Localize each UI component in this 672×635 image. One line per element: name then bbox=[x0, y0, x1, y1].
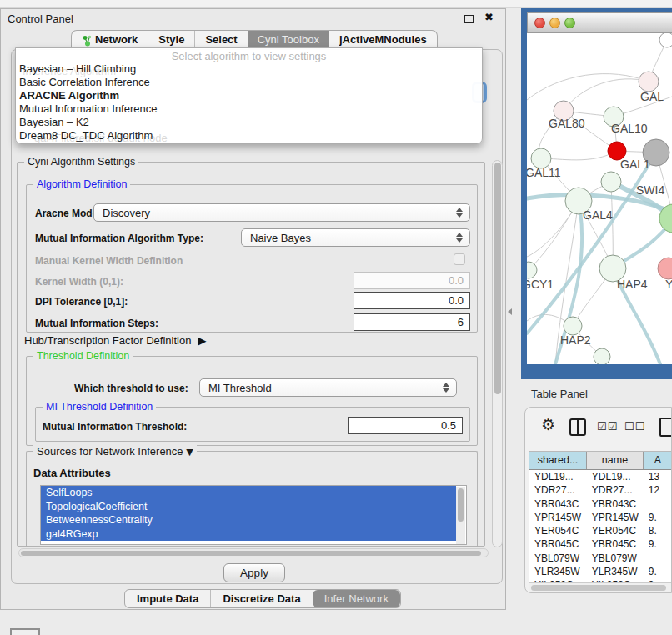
table-row[interactable]: YDR27...YDR27...12 bbox=[529, 483, 672, 497]
network-edge[interactable] bbox=[564, 79, 649, 111]
table-header-row: shared...nameA bbox=[529, 452, 672, 470]
tab-cyni-toolbox[interactable]: Cyni Toolbox bbox=[248, 31, 329, 49]
table-row[interactable]: YBR043CYBR043C bbox=[529, 498, 672, 511]
network-edge[interactable] bbox=[527, 74, 649, 100]
tab-impute-data[interactable]: Impute Data bbox=[125, 590, 210, 608]
network-node-label: GAL80 bbox=[549, 117, 585, 130]
algorithm-option[interactable]: Bayesian – Hill Climbing bbox=[16, 62, 482, 76]
table-cell: YER054C bbox=[587, 524, 644, 538]
network-node-label: GCY1 bbox=[527, 278, 554, 291]
table-row[interactable]: YBR045CYBR045C9. bbox=[529, 538, 672, 551]
algorithm-option[interactable]: Basic Correlation Inference bbox=[16, 76, 482, 89]
apply-button[interactable]: Apply bbox=[223, 563, 285, 582]
settings-horizontal-scrollbar[interactable] bbox=[18, 548, 489, 558]
tab-discretize-data[interactable]: Discretize Data bbox=[210, 590, 312, 608]
network-node-label: GAL11 bbox=[527, 166, 561, 179]
tab-style[interactable]: Style bbox=[148, 31, 194, 49]
panel-splitter-arrow-icon[interactable] bbox=[508, 308, 512, 315]
attribute-list-item[interactable]: gal4RGexp bbox=[41, 528, 456, 542]
column-header[interactable]: name bbox=[587, 452, 644, 469]
table-row[interactable]: YPR145WYPR145W9. bbox=[529, 511, 672, 524]
collapse-down-arrow-icon[interactable]: ▼ bbox=[186, 447, 193, 458]
table-row[interactable]: YER054CYER054C8. bbox=[529, 524, 672, 538]
mi-type-select[interactable]: Naive Bayes bbox=[241, 228, 470, 247]
column-header[interactable]: shared... bbox=[529, 452, 587, 469]
attribute-list-item[interactable]: BetweennessCentrality bbox=[41, 513, 456, 528]
which-threshold-select[interactable]: MI Threshold bbox=[199, 378, 457, 397]
select-all-checkboxes-icon[interactable]: ☑☑ bbox=[597, 420, 618, 432]
table-cell: 13 bbox=[644, 470, 672, 483]
table-cell: YDR27... bbox=[587, 483, 644, 497]
tab-network[interactable]: Network bbox=[72, 31, 148, 49]
network-window-titlebar[interactable] bbox=[527, 12, 672, 33]
tab-label: Network bbox=[95, 33, 138, 46]
table-cell: YBL079W bbox=[529, 552, 587, 565]
network-node[interactable] bbox=[659, 33, 672, 48]
network-icon bbox=[82, 35, 92, 47]
deselect-all-checkboxes-icon[interactable]: ☐☐ bbox=[624, 420, 645, 432]
close-traffic-light[interactable] bbox=[534, 18, 545, 28]
network-edge[interactable] bbox=[541, 151, 617, 160]
zoom-traffic-light[interactable] bbox=[564, 18, 575, 28]
bottom-tab-bar: Impute Data Discretize Data Infer Networ… bbox=[124, 589, 401, 608]
tab-select[interactable]: Select bbox=[194, 31, 247, 49]
list-vertical-scrollbar[interactable] bbox=[456, 487, 465, 544]
table-cell: YLR345W bbox=[529, 565, 587, 578]
algorithm-option[interactable]: Bayesian – K2 bbox=[16, 116, 482, 129]
hub-definition-expander[interactable]: Hub/Transcription Factor Definition▶ bbox=[24, 334, 206, 347]
dpi-tolerance-field[interactable]: 0.0 bbox=[354, 292, 470, 309]
mi-type-value: Naive Bayes bbox=[250, 232, 311, 244]
table-cell: YBR045C bbox=[529, 538, 587, 551]
table-panel-title: Table Panel bbox=[531, 388, 588, 400]
table-row[interactable]: YDL19...YDL19...13 bbox=[529, 470, 672, 483]
attribute-list-item[interactable]: TopologicalCoefficient bbox=[41, 500, 456, 514]
hub-definition-label: Hub/Transcription Factor Definition bbox=[24, 334, 191, 347]
scrollbar-thumb[interactable] bbox=[494, 162, 501, 394]
table-cell: 9. bbox=[644, 565, 672, 578]
sources-group: Sources for Network Inference ▼ Data Att… bbox=[26, 451, 478, 548]
tab-infer-network[interactable]: Infer Network bbox=[313, 590, 400, 608]
algorithm-option[interactable]: ARACNE Algorithm bbox=[16, 89, 482, 102]
algorithm-option[interactable]: Mutual Information Inference bbox=[16, 102, 482, 116]
columns-icon[interactable] bbox=[569, 418, 586, 436]
network-canvas[interactable]: GALGAL80GAL10GAL1GAL11SWI4GAL4GCY1HAP4YH… bbox=[527, 33, 672, 364]
mi-threshold-field[interactable]: 0.5 bbox=[348, 417, 463, 434]
scrollbar-thumb[interactable] bbox=[531, 585, 666, 591]
minimize-traffic-light[interactable] bbox=[549, 18, 560, 28]
column-header[interactable]: A bbox=[644, 452, 672, 469]
tab-label: Discretize Data bbox=[223, 592, 300, 605]
network-view-window: GALGAL80GAL10GAL1GAL11SWI4GAL4GCY1HAP4YH… bbox=[521, 8, 672, 379]
float-window-icon[interactable] bbox=[464, 15, 474, 22]
mi-steps-field[interactable]: 6 bbox=[354, 313, 470, 331]
scrollbar-thumb[interactable] bbox=[21, 551, 481, 557]
table-cell: YER054C bbox=[529, 524, 587, 538]
group-title: Cyni Algorithm Settings bbox=[24, 156, 138, 168]
data-attributes-list[interactable]: SelfLoopsTopologicalCoefficientBetweenne… bbox=[40, 485, 467, 545]
network-node[interactable] bbox=[639, 72, 659, 92]
table-horizontal-scrollbar[interactable] bbox=[529, 582, 672, 592]
attribute-list-item[interactable]: SelfLoops bbox=[41, 486, 456, 500]
table-cell: 9. bbox=[644, 538, 672, 551]
page-icon[interactable] bbox=[659, 418, 672, 437]
table-cell: 12 bbox=[644, 483, 672, 497]
gear-icon[interactable]: ⚙ bbox=[541, 415, 555, 433]
table-row[interactable]: YLR345WYLR345W9. bbox=[529, 565, 672, 578]
tab-jactivemnodules[interactable]: jActiveMNodules bbox=[329, 31, 437, 49]
close-icon[interactable]: ✖ bbox=[484, 11, 494, 23]
data-attributes-label: Data Attributes bbox=[33, 467, 111, 479]
table-row[interactable]: YBL079WYBL079W bbox=[529, 552, 672, 565]
algorithm-option[interactable]: Dream8 DC_TDC Algorithm bbox=[16, 129, 482, 142]
kernel-width-field[interactable]: 0.0 bbox=[354, 272, 470, 289]
bottom-left-mini-button[interactable] bbox=[10, 628, 40, 635]
manual-kernel-checkbox[interactable] bbox=[454, 253, 465, 265]
table-cell: YBL079W bbox=[587, 552, 644, 565]
network-node[interactable] bbox=[594, 348, 610, 364]
aracne-mode-select[interactable]: Discovery bbox=[93, 203, 470, 222]
network-node[interactable] bbox=[564, 317, 582, 335]
scrollbar-thumb[interactable] bbox=[458, 488, 464, 522]
settings-vertical-scrollbar[interactable] bbox=[492, 160, 503, 548]
network-node[interactable] bbox=[658, 258, 672, 279]
network-node[interactable] bbox=[601, 172, 621, 192]
network-node[interactable] bbox=[527, 262, 537, 278]
table-panel: ⚙ ☑☑ ☐☐ shared...nameAYDL19...YDL19...13… bbox=[524, 407, 672, 593]
